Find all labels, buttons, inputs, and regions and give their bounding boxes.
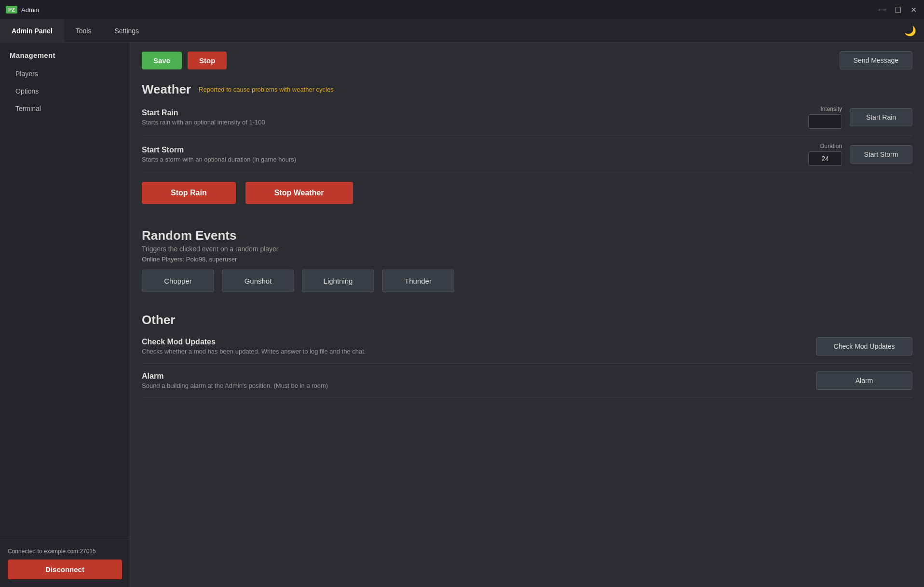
alarm-desc: Sound a building alarm at the Admin's po… bbox=[142, 382, 816, 389]
window-controls: — ☐ ✕ bbox=[878, 5, 918, 14]
alarm-info: Alarm Sound a building alarm at the Admi… bbox=[142, 372, 816, 389]
check-mod-updates-info: Check Mod Updates Checks whether a mod h… bbox=[142, 338, 816, 355]
disconnect-button[interactable]: Disconnect bbox=[8, 560, 122, 579]
duration-input[interactable] bbox=[808, 151, 842, 166]
weather-title-text: Weather bbox=[142, 82, 191, 97]
sidebar-section-title: Management bbox=[0, 42, 130, 65]
connection-status: Connected to example.com:27015 bbox=[8, 548, 122, 555]
start-storm-button[interactable]: Start Storm bbox=[850, 145, 912, 164]
event-chopper-button[interactable]: Chopper bbox=[142, 270, 214, 292]
title-bar: PZ Admin — ☐ ✕ bbox=[0, 0, 924, 19]
close-button[interactable]: ✕ bbox=[909, 5, 918, 14]
start-rain-label: Start Rain bbox=[142, 109, 808, 117]
main-layout: Management Players Options Terminal Conn… bbox=[0, 42, 924, 587]
app-logo: PZ bbox=[6, 6, 17, 14]
toolbar: Save Stop Send Message bbox=[130, 42, 924, 78]
intensity-input[interactable] bbox=[808, 114, 842, 129]
stop-buttons-row: Stop Rain Stop Weather bbox=[142, 173, 912, 208]
sidebar-item-options[interactable]: Options bbox=[0, 82, 130, 100]
random-events-title: Random Events bbox=[142, 228, 912, 243]
start-rain-desc: Starts rain with an optional intensity o… bbox=[142, 119, 808, 126]
stop-rain-button[interactable]: Stop Rain bbox=[142, 182, 236, 204]
content-area: Save Stop Send Message Weather Reported … bbox=[130, 42, 924, 587]
start-rain-right: Intensity Start Rain bbox=[808, 106, 912, 129]
duration-label: Duration bbox=[820, 143, 842, 150]
alarm-row: Alarm Sound a building alarm at the Admi… bbox=[142, 364, 912, 398]
sidebar-item-terminal[interactable]: Terminal bbox=[0, 100, 130, 117]
check-mod-updates-label: Check Mod Updates bbox=[142, 338, 816, 346]
random-events-section: Random Events Triggers the clicked event… bbox=[130, 219, 924, 304]
start-storm-row: Start Storm Starts a storm with an optio… bbox=[142, 136, 912, 173]
other-title-text: Other bbox=[142, 313, 175, 328]
weather-warning: Reported to cause problems with weather … bbox=[199, 86, 334, 93]
start-storm-desc: Starts a storm with an optional duration… bbox=[142, 156, 808, 163]
check-mod-updates-desc: Checks whether a mod has been updated. W… bbox=[142, 348, 816, 355]
intensity-label: Intensity bbox=[820, 106, 842, 112]
tab-settings[interactable]: Settings bbox=[103, 19, 150, 42]
start-storm-label: Start Storm bbox=[142, 146, 808, 154]
app-title: Admin bbox=[21, 6, 39, 14]
event-thunder-button[interactable]: Thunder bbox=[382, 270, 454, 292]
sidebar: Management Players Options Terminal Conn… bbox=[0, 42, 130, 587]
send-message-button[interactable]: Send Message bbox=[840, 51, 912, 69]
start-rain-info: Start Rain Starts rain with an optional … bbox=[142, 109, 808, 126]
maximize-button[interactable]: ☐ bbox=[893, 5, 903, 14]
weather-title: Weather Reported to cause problems with … bbox=[142, 82, 912, 97]
online-players-label: Online Players: Polo98, superuser bbox=[142, 256, 912, 263]
duration-group: Duration bbox=[808, 143, 842, 166]
stop-button[interactable]: Stop bbox=[188, 52, 227, 69]
sidebar-bottom: Connected to example.com:27015 Disconnec… bbox=[0, 540, 130, 587]
event-gunshot-button[interactable]: Gunshot bbox=[222, 270, 294, 292]
start-storm-right: Duration Start Storm bbox=[808, 143, 912, 166]
intensity-group: Intensity bbox=[808, 106, 842, 129]
alarm-label: Alarm bbox=[142, 372, 816, 381]
nav-bar: Admin Panel Tools Settings 🌙 bbox=[0, 19, 924, 42]
random-events-title-text: Random Events bbox=[142, 228, 237, 243]
check-mod-updates-row: Check Mod Updates Checks whether a mod h… bbox=[142, 329, 912, 364]
check-mod-updates-button[interactable]: Check Mod Updates bbox=[816, 337, 912, 355]
tab-tools[interactable]: Tools bbox=[64, 19, 103, 42]
other-title: Other bbox=[142, 313, 912, 328]
event-lightning-button[interactable]: Lightning bbox=[302, 270, 374, 292]
tab-admin-panel[interactable]: Admin Panel bbox=[0, 19, 64, 42]
random-events-desc: Triggers the clicked event on a random p… bbox=[142, 245, 912, 253]
moon-icon: 🌙 bbox=[904, 25, 924, 37]
alarm-button[interactable]: Alarm bbox=[816, 371, 912, 390]
event-buttons-row: Chopper Gunshot Lightning Thunder bbox=[142, 270, 912, 292]
other-section: Other Check Mod Updates Checks whether a… bbox=[130, 304, 924, 410]
start-rain-row: Start Rain Starts rain with an optional … bbox=[142, 99, 912, 136]
sidebar-item-players[interactable]: Players bbox=[0, 65, 130, 82]
minimize-button[interactable]: — bbox=[878, 5, 887, 14]
start-storm-info: Start Storm Starts a storm with an optio… bbox=[142, 146, 808, 163]
stop-weather-button[interactable]: Stop Weather bbox=[245, 182, 353, 204]
start-rain-button[interactable]: Start Rain bbox=[850, 108, 912, 126]
weather-section: Weather Reported to cause problems with … bbox=[130, 78, 924, 219]
save-button[interactable]: Save bbox=[142, 52, 182, 69]
